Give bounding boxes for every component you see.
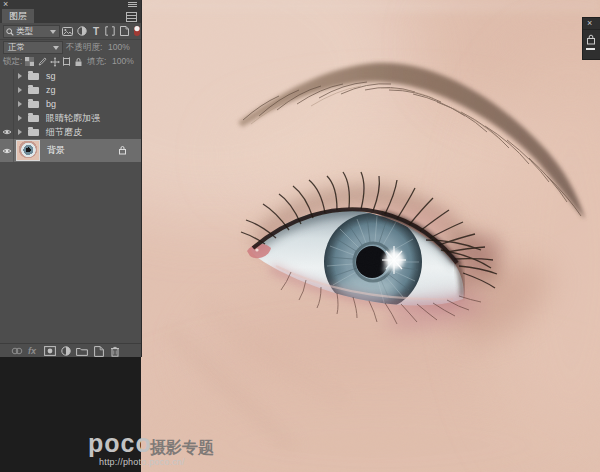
folder-icon (28, 101, 39, 108)
search-icon (6, 28, 14, 36)
opacity-label: 不透明度: (66, 42, 102, 54)
chevron-right-icon[interactable] (18, 129, 22, 135)
lock-position-icon[interactable] (49, 56, 60, 67)
watermark-title: 摄影专题 (150, 438, 214, 459)
panel-collapse-icon[interactable] (128, 2, 137, 7)
filter-shape-icon[interactable] (104, 25, 116, 37)
folder-icon (28, 129, 39, 136)
blend-mode-row: 正常 不透明度: 100% (0, 40, 141, 54)
panel-top-strip: × (0, 0, 141, 9)
layer-group-row[interactable]: 细节磨皮 (0, 125, 141, 139)
floating-panel-tool-icon[interactable] (586, 34, 596, 45)
visibility-eye-icon[interactable] (0, 125, 14, 139)
layer-style-fx-icon[interactable]: fx (26, 345, 38, 357)
folder-icon (28, 115, 39, 122)
link-layers-icon[interactable] (11, 345, 23, 357)
layer-group-name: 眼睛轮廓加强 (46, 112, 100, 125)
chevron-right-icon[interactable] (18, 101, 22, 107)
floating-panel-underline (586, 48, 595, 50)
lock-transparent-icon[interactable] (24, 56, 35, 67)
divider (583, 29, 600, 30)
blend-mode-dropdown[interactable]: 正常 (3, 41, 63, 54)
filter-type-text-icon[interactable]: T (90, 25, 102, 37)
filter-type-label: 类型 (16, 26, 33, 38)
background-layer-row[interactable]: 背景 (0, 139, 141, 162)
chevron-right-icon[interactable] (18, 115, 22, 121)
layer-group-row[interactable]: sg (0, 69, 141, 83)
layers-panel: × 图层 类型 T (0, 0, 142, 357)
layer-group-name: bg (46, 99, 56, 109)
filter-adjustment-icon[interactable] (76, 25, 88, 37)
floating-panel-fragment: × (582, 17, 600, 60)
eye-photo-canvas (141, 0, 600, 472)
visibility-eye-icon[interactable] (0, 139, 14, 162)
lock-artboard-icon[interactable] (61, 56, 72, 67)
adjustment-layer-icon[interactable] (60, 345, 72, 357)
background-layer-name: 背景 (47, 144, 65, 157)
fill-label: 填充: (87, 56, 106, 68)
visibility-well[interactable] (0, 111, 14, 125)
floating-panel-close-icon[interactable]: × (587, 18, 592, 28)
layer-group-name: 细节磨皮 (46, 126, 82, 139)
folder-icon (28, 73, 39, 80)
layer-lock-icon[interactable] (118, 145, 127, 155)
watermark-url: http://photo.poco.cn/ (99, 457, 185, 467)
watermark-brand: poco (88, 431, 152, 456)
visibility-well[interactable] (0, 83, 14, 97)
filter-smartobject-icon[interactable] (118, 25, 130, 37)
lock-all-icon[interactable] (73, 56, 84, 67)
chevron-right-icon[interactable] (18, 87, 22, 93)
chevron-down-icon (53, 46, 59, 50)
delete-layer-icon[interactable] (109, 345, 121, 357)
chevron-right-icon[interactable] (18, 73, 22, 79)
filter-toggle-icon[interactable] (131, 25, 143, 37)
lock-label: 锁定: (3, 56, 22, 68)
filter-pixel-icon[interactable] (61, 25, 73, 37)
lock-image-icon[interactable] (37, 56, 48, 67)
new-group-icon[interactable] (76, 345, 88, 357)
panel-close-icon[interactable]: × (3, 0, 8, 8)
panel-tab-bar: 图层 (0, 9, 141, 23)
lock-row: 锁定: 填充: 100% (0, 54, 141, 68)
layer-group-row[interactable]: zg (0, 83, 141, 97)
filter-type-dropdown[interactable]: 类型 (3, 25, 60, 38)
layer-thumbnail[interactable] (16, 140, 40, 161)
eye-photo-illustration (141, 0, 600, 472)
blend-mode-value: 正常 (8, 42, 25, 54)
folder-icon (28, 87, 39, 94)
fill-value[interactable]: 100% (112, 56, 134, 66)
opacity-value[interactable]: 100% (108, 42, 130, 52)
new-layer-icon[interactable] (93, 345, 105, 357)
visibility-well[interactable] (0, 69, 14, 83)
visibility-well[interactable] (0, 97, 14, 111)
add-mask-icon[interactable] (44, 345, 56, 357)
layer-group-name: zg (46, 85, 56, 95)
layer-group-row[interactable]: bg (0, 97, 141, 111)
layer-filter-row: 类型 T (0, 23, 141, 40)
layer-group-name: sg (46, 71, 56, 81)
tab-layers[interactable]: 图层 (2, 9, 34, 23)
panel-menu-icon[interactable] (126, 12, 137, 22)
layer-group-row[interactable]: 眼睛轮廓加强 (0, 111, 141, 125)
chevron-down-icon (50, 30, 56, 34)
layer-list: sg zg bg 眼睛轮廓加强 细节磨皮 (0, 69, 141, 162)
layers-panel-toolbar: fx (0, 343, 141, 358)
